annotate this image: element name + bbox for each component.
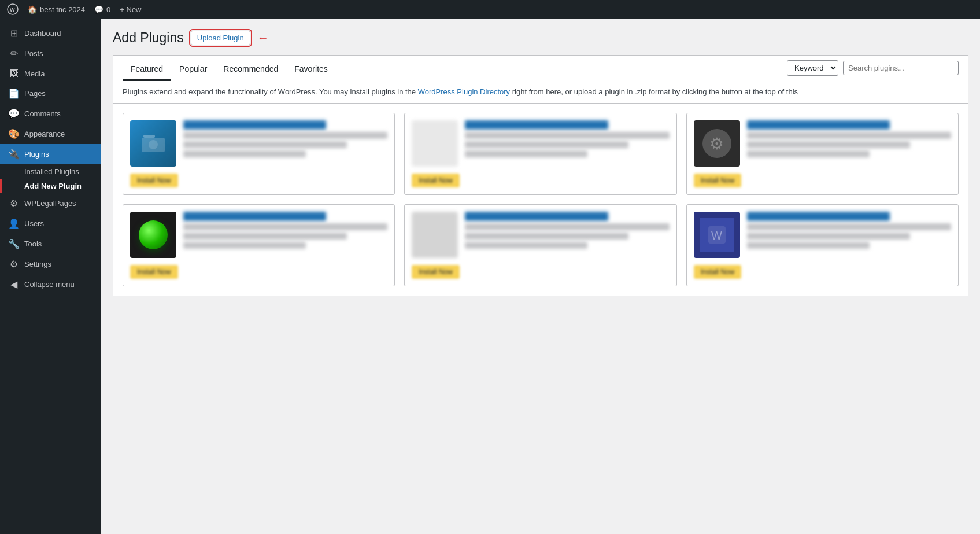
wp-logo-item[interactable]: W (7, 3, 19, 15)
plugin-card-3-footer: Install Now (694, 174, 951, 187)
tab-popular[interactable]: Popular (171, 58, 215, 81)
pages-icon: 📄 (8, 88, 20, 99)
plugin-card-5-footer: Install Now (412, 265, 669, 279)
appearance-icon: 🎨 (8, 128, 20, 139)
sidebar-item-tools[interactable]: 🔧 Tools (0, 234, 101, 254)
plugin-desc-2c (465, 150, 587, 157)
wplegal-icon: ⚙ (8, 198, 20, 209)
install-button-3[interactable]: Install Now (694, 174, 742, 187)
upload-plugin-button[interactable]: Upload Plugin (191, 31, 250, 45)
plugin-desc-5b (465, 233, 628, 240)
plugin-card-5: Install Now (404, 204, 676, 286)
keyword-select[interactable]: Keyword (787, 60, 838, 76)
plugin-desc-4b (183, 233, 347, 240)
install-button-5[interactable]: Install Now (412, 265, 460, 279)
info-text-before: Plugins extend and expand the functional… (123, 87, 416, 96)
plugin-desc-1b (183, 141, 347, 148)
tab-featured[interactable]: Featured (123, 58, 171, 81)
tabs-container: Featured Popular Recommended Favorites K… (113, 55, 968, 80)
arrow-indicator: ← (257, 31, 269, 45)
install-button-1[interactable]: Install Now (130, 174, 178, 187)
comments-icon: 💬 (8, 108, 20, 119)
plugin-card-4-footer: Install Now (130, 265, 387, 279)
sidebar-item-collapse[interactable]: ◀ Collapse menu (0, 274, 101, 294)
plugin-icon-2 (412, 120, 458, 167)
sidebar-label-wplegal: WPLegalPages (24, 199, 76, 208)
plugin-card-1-top (130, 120, 387, 167)
plugin-info-6 (747, 212, 951, 251)
plugin-name-2 (465, 120, 608, 130)
plugin-desc-3c (747, 150, 870, 157)
dashboard-icon: ⊞ (8, 28, 20, 39)
collapse-icon: ◀ (8, 279, 20, 290)
svg-text:W: W (711, 229, 722, 242)
plugin-desc-1c (183, 150, 306, 157)
plugin-card-5-top (412, 212, 669, 258)
sidebar-label-dashboard: Dashboard (24, 29, 61, 38)
plugin-desc-6b (747, 233, 911, 240)
install-button-6[interactable]: Install Now (694, 265, 742, 279)
add-new-plugin-label: Add New Plugin (24, 182, 82, 190)
sidebar-item-plugins[interactable]: 🔌 Plugins (0, 144, 101, 164)
tab-recommended[interactable]: Recommended (215, 58, 286, 81)
new-label: + New (120, 5, 141, 14)
search-input[interactable] (843, 61, 959, 75)
plugin-card-6-top: W (694, 212, 951, 258)
media-icon: 🖼 (8, 68, 20, 79)
install-button-4[interactable]: Install Now (130, 265, 178, 279)
plugin-card-2-footer: Install Now (412, 174, 669, 187)
sidebar-label-collapse: Collapse menu (24, 280, 75, 289)
settings-icon: ⚙ (8, 259, 20, 270)
plugin-card-6: W Install Now (686, 204, 959, 286)
plugin-desc-3a (747, 132, 951, 139)
plugins-grid: Install Now (113, 104, 968, 296)
plugin-card-4: Install Now (123, 204, 395, 286)
plugin-desc-2b (465, 141, 628, 148)
comments-count: 0 (106, 5, 110, 14)
plugin-directory-link[interactable]: WordPress Plugin Directory (418, 87, 510, 96)
sidebar-item-posts[interactable]: ✏ Posts (0, 43, 101, 64)
sidebar-label-media: Media (24, 69, 45, 78)
sidebar-item-dashboard[interactable]: ⊞ Dashboard (0, 23, 101, 43)
sidebar-label-comments: Comments (24, 109, 61, 118)
sidebar-subitem-add-new-plugin[interactable]: Add New Plugin (0, 179, 101, 193)
install-button-2[interactable]: Install Now (412, 174, 460, 187)
plugin-icon-5 (412, 212, 458, 258)
dark-icon-inner: ⚙ (702, 129, 731, 158)
comments-item[interactable]: 💬 0 (94, 5, 110, 14)
green-ball-icon (139, 220, 168, 249)
tab-favorites[interactable]: Favorites (286, 58, 336, 81)
posts-icon: ✏ (8, 48, 20, 59)
sidebar-item-media[interactable]: 🖼 Media (0, 64, 101, 83)
plugin-desc-4c (183, 242, 306, 249)
plugin-info-5 (465, 212, 669, 251)
sidebar-item-comments[interactable]: 💬 Comments (0, 104, 101, 124)
plugin-info-4 (183, 212, 387, 251)
new-item[interactable]: + New (120, 5, 141, 14)
plugins-icon: 🔌 (8, 149, 20, 160)
sidebar-item-settings[interactable]: ⚙ Settings (0, 254, 101, 274)
plugin-card-1: Install Now (123, 113, 395, 195)
plugin-desc-3b (747, 141, 911, 148)
plugin-name-5 (465, 212, 608, 221)
plugin-name-6 (747, 212, 890, 221)
installed-plugins-label: Installed Plugins (24, 167, 79, 176)
plugin-desc-2a (465, 132, 669, 139)
sidebar-label-plugins: Plugins (24, 150, 49, 159)
sidebar-item-pages[interactable]: 📄 Pages (0, 83, 101, 104)
sidebar-item-users[interactable]: 👤 Users (0, 213, 101, 234)
plugin-card-6-footer: Install Now (694, 265, 951, 279)
plugin-card-2-top (412, 120, 669, 167)
plugin-desc-6c (747, 242, 870, 249)
site-name-item[interactable]: 🏠 best tnc 2024 (28, 5, 85, 14)
plugin-desc-4a (183, 223, 387, 230)
plugin-info-2 (465, 120, 669, 160)
plugin-desc-5a (465, 223, 669, 230)
sidebar-item-appearance[interactable]: 🎨 Appearance (0, 124, 101, 144)
sidebar-subitem-installed-plugins[interactable]: Installed Plugins (0, 164, 101, 179)
plugin-icon-3: ⚙ (694, 120, 740, 167)
plugin-icon-6: W (694, 212, 740, 258)
main-content: Add Plugins Upload Plugin ← Featured Pop… (101, 19, 980, 534)
page-header: Add Plugins Upload Plugin ← (113, 30, 968, 46)
sidebar-item-wplegal[interactable]: ⚙ WPLegalPages (0, 193, 101, 213)
